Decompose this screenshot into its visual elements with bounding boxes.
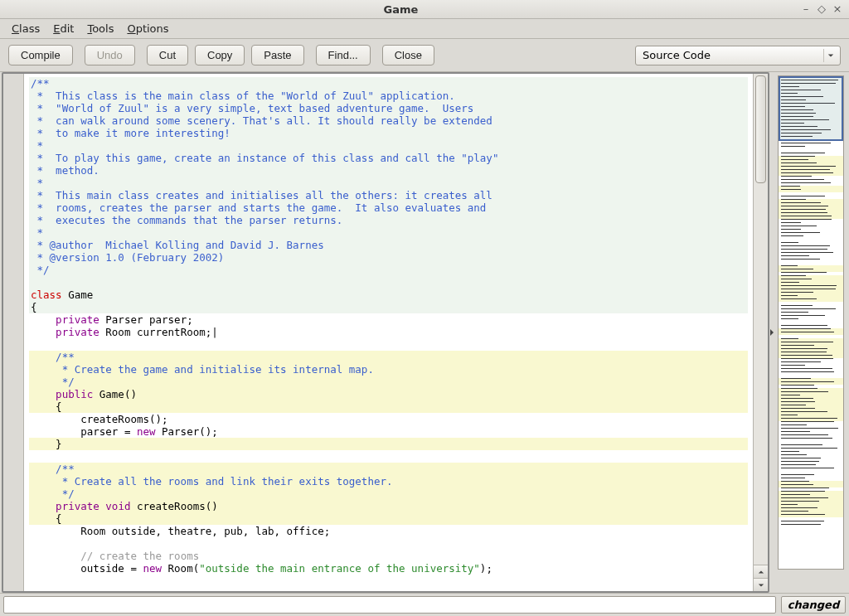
- code-line[interactable]: {: [29, 301, 748, 313]
- code-line[interactable]: * Create the game and initialise its int…: [29, 363, 748, 376]
- code-line[interactable]: parser = new Parser();: [29, 425, 748, 438]
- code-line[interactable]: * can walk around some scenery. That's a…: [29, 114, 748, 127]
- code-line[interactable]: */: [29, 487, 748, 500]
- code-line[interactable]: {: [29, 400, 748, 413]
- code-line[interactable]: */: [29, 264, 748, 276]
- code-editor[interactable]: /** * This class is the main class of th…: [24, 74, 753, 591]
- menu-tools[interactable]: Tools: [82, 21, 119, 36]
- code-line[interactable]: * @version 1.0 (February 2002): [29, 251, 748, 264]
- code-line[interactable]: * This main class creates and initialise…: [29, 189, 748, 201]
- code-line[interactable]: private void createRooms(): [29, 500, 748, 512]
- view-dropdown-label: Source Code: [643, 49, 823, 61]
- code-line[interactable]: * method.: [29, 164, 748, 177]
- minimap-viewport[interactable]: [779, 76, 843, 141]
- chevron-down-icon: [823, 49, 837, 62]
- undo-button[interactable]: Undo: [85, 45, 135, 65]
- minimap[interactable]: [778, 75, 844, 570]
- code-line[interactable]: * executes the commands that the parser …: [29, 214, 748, 226]
- code-line[interactable]: {: [29, 512, 748, 525]
- menu-class[interactable]: Class: [7, 21, 45, 36]
- code-line[interactable]: private Room currentRoom;|: [29, 326, 748, 338]
- cut-button[interactable]: Cut: [147, 45, 188, 65]
- menubar: Class Edit Tools Options: [0, 19, 849, 39]
- breakpoint-gutter[interactable]: [3, 74, 24, 591]
- code-line[interactable]: */: [29, 376, 748, 388]
- code-line[interactable]: [29, 276, 748, 289]
- compile-button[interactable]: Compile: [8, 45, 73, 65]
- code-line[interactable]: outside = new Room("outside the main ent…: [29, 562, 748, 575]
- code-line[interactable]: *: [29, 177, 748, 189]
- code-line[interactable]: * This class is the main class of the "W…: [29, 90, 748, 102]
- find-button[interactable]: Find...: [316, 45, 371, 65]
- editor-frame: /** * This class is the main class of th…: [2, 72, 769, 593]
- code-line[interactable]: /**: [29, 351, 748, 363]
- code-line[interactable]: * "World of Zuul" is a very simple, text…: [29, 102, 748, 114]
- code-line[interactable]: * to make it more interesting!: [29, 127, 748, 139]
- code-line[interactable]: * To play this game, create an instance …: [29, 152, 748, 164]
- code-line[interactable]: class Game: [29, 289, 748, 301]
- status-message: [3, 596, 776, 614]
- code-line[interactable]: /**: [29, 463, 748, 475]
- code-line[interactable]: * @author Michael Kolling and David J. B…: [29, 239, 748, 251]
- code-line[interactable]: *: [29, 226, 748, 239]
- vertical-scrollbar[interactable]: [753, 74, 768, 591]
- code-line[interactable]: [29, 450, 748, 463]
- paste-button[interactable]: Paste: [251, 45, 303, 65]
- menu-options[interactable]: Options: [122, 21, 173, 36]
- main-area: /** * This class is the main class of th…: [0, 72, 849, 593]
- scroll-up-button[interactable]: [754, 565, 768, 578]
- statusbar: changed: [0, 593, 849, 616]
- minimize-button[interactable]: –: [799, 2, 813, 16]
- scrollbar-thumb[interactable]: [755, 75, 766, 183]
- code-line[interactable]: private Parser parser;: [29, 313, 748, 326]
- code-line[interactable]: *: [29, 139, 748, 152]
- minimap-panel: [774, 72, 847, 593]
- scroll-down-button[interactable]: [754, 578, 768, 591]
- window-title: Game: [5, 3, 797, 16]
- maximize-button[interactable]: ◇: [815, 2, 828, 16]
- code-line[interactable]: createRooms();: [29, 413, 748, 425]
- code-line[interactable]: /**: [29, 77, 748, 90]
- close-window-button[interactable]: ×: [831, 2, 844, 16]
- code-line[interactable]: * rooms, creates the parser and starts t…: [29, 201, 748, 214]
- code-line[interactable]: [29, 537, 748, 550]
- view-dropdown[interactable]: Source Code: [635, 46, 841, 65]
- code-line[interactable]: // create the rooms: [29, 550, 748, 562]
- status-changed-badge: changed: [781, 596, 846, 614]
- toolbar: Compile Undo Cut Copy Paste Find... Clos…: [0, 39, 849, 72]
- code-line[interactable]: [29, 338, 748, 351]
- menu-edit[interactable]: Edit: [48, 21, 79, 36]
- code-line[interactable]: * Create all the rooms and link their ex…: [29, 475, 748, 487]
- titlebar: Game – ◇ ×: [0, 0, 849, 19]
- code-line[interactable]: public Game(): [29, 388, 748, 400]
- code-line[interactable]: }: [29, 438, 748, 450]
- close-button[interactable]: Close: [382, 45, 434, 65]
- code-line[interactable]: Room outside, theatre, pub, lab, office;: [29, 525, 748, 537]
- copy-button[interactable]: Copy: [195, 45, 245, 65]
